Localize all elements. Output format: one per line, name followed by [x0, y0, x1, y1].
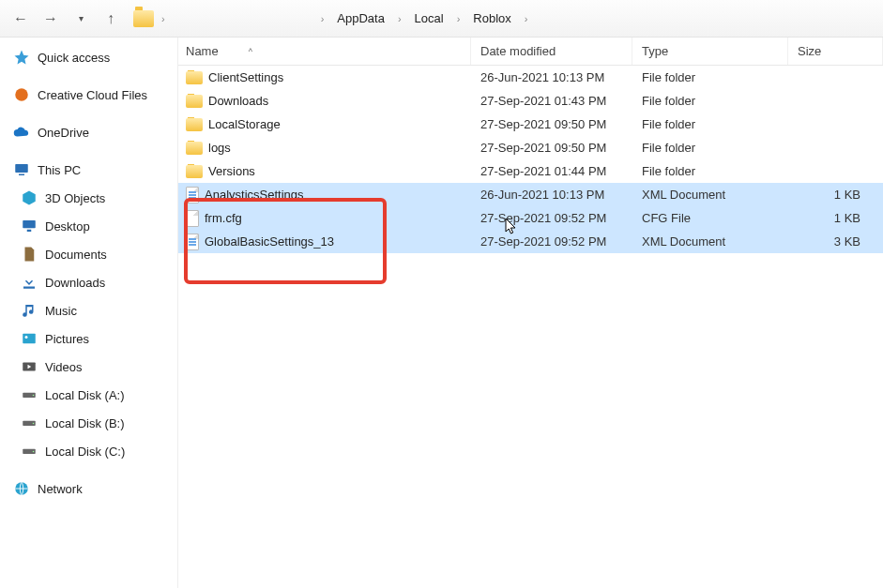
file-date: 26-Jun-2021 10:13 PM — [471, 188, 632, 202]
chevron-right-icon: › — [158, 13, 169, 24]
folder-icon — [186, 71, 203, 84]
drive-icon — [21, 443, 38, 460]
folder-icon — [186, 165, 203, 178]
file-row[interactable]: GlobalBasicSettings_1327-Sep-2021 09:52 … — [178, 230, 883, 253]
up-button[interactable]: ↑ — [98, 6, 124, 32]
file-date: 27-Sep-2021 09:52 PM — [471, 234, 632, 249]
file-name: Downloads — [208, 94, 268, 108]
file-list[interactable]: ClientSettings26-Jun-2021 10:13 PMFile f… — [178, 66, 883, 588]
breadcrumb[interactable]: Local — [409, 8, 449, 28]
sidebar-item-local-disk-c[interactable]: Local Disk (C:) — [0, 437, 177, 465]
folder-icon — [186, 95, 203, 108]
videos-icon — [21, 358, 38, 375]
sidebar-item-label: Local Disk (A:) — [45, 388, 125, 402]
sidebar-item-pictures[interactable]: Pictures — [0, 324, 177, 353]
svg-point-13 — [33, 451, 35, 453]
svg-rect-2 — [19, 174, 24, 176]
sidebar-item-label: Creative Cloud Files — [38, 88, 147, 102]
file-icon — [186, 234, 199, 250]
sidebar-item-music[interactable]: Music — [0, 296, 177, 324]
file-row[interactable]: logs27-Sep-2021 09:50 PMFile folder — [178, 136, 883, 159]
forward-button[interactable]: → — [38, 6, 64, 32]
drive-icon — [21, 415, 38, 431]
chevron-right-icon: › — [317, 13, 328, 24]
column-header-name[interactable]: Name^ — [178, 38, 471, 65]
svg-rect-1 — [15, 164, 28, 173]
sidebar-item-label: Music — [45, 304, 77, 318]
chevron-right-icon: › — [394, 13, 405, 24]
file-name: Versions — [208, 164, 255, 178]
column-header-size[interactable]: Size — [788, 38, 883, 65]
file-row[interactable]: ClientSettings26-Jun-2021 10:13 PMFile f… — [178, 66, 883, 89]
sidebar-item-onedrive[interactable]: OneDrive — [0, 118, 177, 146]
column-headers: Name^ Date modified Type Size — [178, 38, 883, 66]
drive-icon — [21, 386, 38, 403]
sidebar-item-network[interactable]: Network — [0, 475, 177, 503]
folder-icon — [186, 118, 203, 131]
star-icon — [13, 49, 30, 66]
sidebar-item-this-pc[interactable]: This PC — [0, 156, 177, 184]
sidebar-item-label: OneDrive — [38, 126, 89, 140]
sidebar-item-desktop[interactable]: Desktop — [0, 212, 177, 240]
svg-rect-5 — [23, 334, 36, 344]
file-date: 27-Sep-2021 09:52 PM — [471, 211, 632, 225]
breadcrumb[interactable]: AppData — [331, 8, 390, 28]
column-header-date[interactable]: Date modified — [471, 38, 632, 65]
file-row[interactable]: Versions27-Sep-2021 01:44 PMFile folder — [178, 159, 883, 183]
file-type: File folder — [632, 70, 788, 84]
file-type: File folder — [632, 94, 788, 108]
network-icon — [13, 480, 30, 497]
svg-point-9 — [33, 395, 35, 397]
navigation-pane[interactable]: Quick access Creative Cloud Files OneDri… — [0, 38, 178, 588]
sidebar-item-creative-cloud[interactable]: Creative Cloud Files — [0, 81, 177, 109]
file-row[interactable]: Downloads27-Sep-2021 01:43 PMFile folder — [178, 89, 883, 113]
file-name: AnalysticsSettings — [205, 188, 304, 202]
file-date: 26-Jun-2021 10:13 PM — [471, 70, 632, 84]
sidebar-item-label: Local Disk (C:) — [45, 445, 125, 459]
sidebar-item-videos[interactable]: Videos — [0, 353, 177, 381]
file-size: 3 KB — [788, 234, 883, 249]
music-icon — [21, 302, 38, 319]
file-row[interactable]: AnalysticsSettings26-Jun-2021 10:13 PMXM… — [178, 183, 883, 206]
file-name: frm.cfg — [205, 211, 242, 225]
sidebar-item-local-disk-a[interactable]: Local Disk (A:) — [0, 381, 177, 409]
documents-icon — [21, 246, 38, 263]
sidebar-item-downloads[interactable]: Downloads — [0, 268, 177, 296]
cloud-icon — [13, 124, 30, 141]
column-header-type[interactable]: Type — [632, 38, 788, 65]
cube-icon — [21, 189, 38, 206]
pc-icon — [13, 161, 30, 178]
sidebar-item-label: This PC — [38, 163, 81, 177]
file-date: 27-Sep-2021 01:44 PM — [471, 164, 632, 178]
file-date: 27-Sep-2021 09:50 PM — [471, 117, 632, 131]
file-type: XML Document — [632, 188, 788, 202]
svg-rect-4 — [27, 230, 32, 232]
file-date: 27-Sep-2021 01:43 PM — [471, 94, 632, 108]
sidebar-item-quick-access[interactable]: Quick access — [0, 43, 177, 71]
sidebar-item-local-disk-b[interactable]: Local Disk (B:) — [0, 409, 177, 437]
sort-indicator-icon: ^ — [249, 47, 252, 56]
svg-rect-3 — [23, 220, 36, 228]
file-row[interactable]: frm.cfg27-Sep-2021 09:52 PMCFG File1 KB — [178, 206, 883, 230]
file-row[interactable]: LocalStorage27-Sep-2021 09:50 PMFile fol… — [178, 113, 883, 136]
sidebar-item-label: Network — [38, 482, 83, 496]
folder-icon — [133, 10, 154, 27]
sidebar-item-3d-objects[interactable]: 3D Objects — [0, 184, 177, 212]
file-type: File folder — [632, 141, 788, 155]
file-type: File folder — [632, 117, 788, 131]
sidebar-item-label: Videos — [45, 360, 83, 374]
file-type: CFG File — [632, 211, 788, 225]
back-button[interactable]: ← — [8, 6, 34, 32]
sidebar-item-documents[interactable]: Documents — [0, 240, 177, 268]
svg-point-0 — [15, 88, 28, 101]
file-icon — [186, 210, 199, 227]
recent-locations-button[interactable]: ▾ — [68, 6, 94, 32]
file-size: 1 KB — [788, 211, 883, 225]
file-name: GlobalBasicSettings_13 — [205, 234, 334, 249]
svg-point-6 — [25, 336, 28, 339]
file-date: 27-Sep-2021 09:50 PM — [471, 141, 632, 155]
sidebar-item-label: Desktop — [45, 219, 90, 234]
desktop-icon — [21, 218, 38, 234]
breadcrumb[interactable]: Roblox — [467, 8, 516, 28]
svg-point-11 — [33, 423, 35, 425]
